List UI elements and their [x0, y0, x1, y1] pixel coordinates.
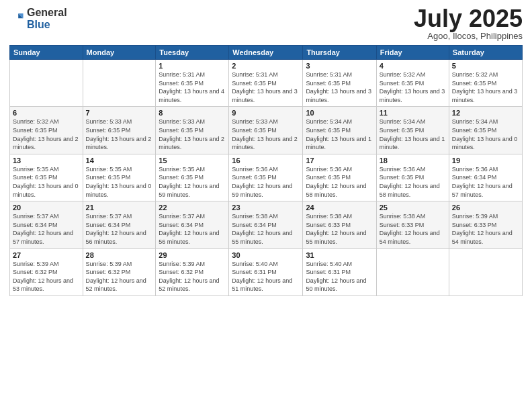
- day-info: Sunrise: 5:31 AM Sunset: 6:35 PM Dayligh…: [306, 71, 373, 104]
- day-number: 29: [159, 251, 226, 259]
- table-row: 25Sunrise: 5:38 AM Sunset: 6:33 PM Dayli…: [376, 201, 449, 248]
- logo-text: General Blue: [27, 7, 67, 30]
- day-info: Sunrise: 5:37 AM Sunset: 6:34 PM Dayligh…: [86, 212, 153, 246]
- day-number: 20: [13, 203, 80, 212]
- day-info: Sunrise: 5:36 AM Sunset: 6:35 PM Dayligh…: [380, 165, 446, 199]
- day-info: Sunrise: 5:40 AM Sunset: 6:31 PM Dayligh…: [232, 260, 300, 293]
- day-number: 21: [86, 203, 153, 212]
- day-number: 15: [159, 156, 226, 165]
- day-info: Sunrise: 5:37 AM Sunset: 6:34 PM Dayligh…: [159, 212, 226, 246]
- day-number: 13: [13, 156, 80, 165]
- day-info: Sunrise: 5:35 AM Sunset: 6:35 PM Dayligh…: [86, 165, 153, 199]
- logo-icon: [9, 11, 24, 26]
- table-row: 2Sunrise: 5:31 AM Sunset: 6:35 PM Daylig…: [229, 60, 303, 107]
- table-row: 3Sunrise: 5:31 AM Sunset: 6:35 PM Daylig…: [303, 60, 376, 107]
- logo-general: General: [27, 7, 67, 18]
- table-row: 6Sunrise: 5:32 AM Sunset: 6:35 PM Daylig…: [10, 107, 83, 154]
- table-row: 10Sunrise: 5:34 AM Sunset: 6:35 PM Dayli…: [303, 107, 376, 154]
- calendar: Sunday Monday Tuesday Wednesday Thursday…: [9, 45, 523, 296]
- header-saturday: Saturday: [449, 46, 522, 60]
- day-info: Sunrise: 5:32 AM Sunset: 6:35 PM Dayligh…: [452, 71, 519, 104]
- day-number: 18: [380, 156, 446, 165]
- calendar-row-1: 6Sunrise: 5:32 AM Sunset: 6:35 PM Daylig…: [10, 107, 523, 154]
- day-info: Sunrise: 5:32 AM Sunset: 6:35 PM Dayligh…: [13, 118, 80, 151]
- location: Agoo, Ilocos, Philippines: [414, 31, 523, 41]
- day-info: Sunrise: 5:33 AM Sunset: 6:35 PM Dayligh…: [159, 118, 226, 151]
- day-number: 2: [232, 62, 300, 70]
- day-info: Sunrise: 5:34 AM Sunset: 6:35 PM Dayligh…: [452, 118, 519, 151]
- day-number: 16: [232, 156, 300, 165]
- table-row: 14Sunrise: 5:35 AM Sunset: 6:35 PM Dayli…: [83, 154, 156, 201]
- day-info: Sunrise: 5:34 AM Sunset: 6:35 PM Dayligh…: [380, 118, 446, 151]
- day-info: Sunrise: 5:36 AM Sunset: 6:34 PM Dayligh…: [452, 165, 519, 199]
- day-number: 9: [232, 109, 300, 117]
- month-title: July 2025: [414, 7, 523, 31]
- header-monday: Monday: [83, 46, 156, 60]
- table-row: 11Sunrise: 5:34 AM Sunset: 6:35 PM Dayli…: [376, 107, 449, 154]
- table-row: 18Sunrise: 5:36 AM Sunset: 6:35 PM Dayli…: [376, 154, 449, 201]
- day-info: Sunrise: 5:38 AM Sunset: 6:33 PM Dayligh…: [380, 212, 446, 246]
- day-number: 11: [380, 109, 446, 117]
- table-row: [376, 248, 449, 295]
- logo-blue: Blue: [27, 19, 50, 30]
- table-row: 1Sunrise: 5:31 AM Sunset: 6:35 PM Daylig…: [156, 60, 229, 107]
- day-number: 25: [380, 203, 446, 212]
- header-sunday: Sunday: [10, 46, 83, 60]
- day-number: 31: [306, 251, 373, 259]
- day-number: 28: [86, 251, 153, 259]
- calendar-row-3: 20Sunrise: 5:37 AM Sunset: 6:34 PM Dayli…: [10, 201, 523, 248]
- day-number: 6: [13, 109, 80, 117]
- table-row: 9Sunrise: 5:33 AM Sunset: 6:35 PM Daylig…: [229, 107, 303, 154]
- day-info: Sunrise: 5:35 AM Sunset: 6:35 PM Dayligh…: [13, 165, 80, 199]
- day-number: 3: [306, 62, 373, 70]
- day-info: Sunrise: 5:39 AM Sunset: 6:32 PM Dayligh…: [13, 260, 80, 293]
- weekday-header-row: Sunday Monday Tuesday Wednesday Thursday…: [10, 46, 523, 60]
- day-number: 27: [13, 251, 80, 259]
- table-row: 21Sunrise: 5:37 AM Sunset: 6:34 PM Dayli…: [83, 201, 156, 248]
- table-row: 23Sunrise: 5:38 AM Sunset: 6:34 PM Dayli…: [229, 201, 303, 248]
- table-row: 27Sunrise: 5:39 AM Sunset: 6:32 PM Dayli…: [10, 248, 83, 295]
- day-info: Sunrise: 5:38 AM Sunset: 6:34 PM Dayligh…: [232, 212, 300, 246]
- table-row: 19Sunrise: 5:36 AM Sunset: 6:34 PM Dayli…: [449, 154, 522, 201]
- table-row: 12Sunrise: 5:34 AM Sunset: 6:35 PM Dayli…: [449, 107, 522, 154]
- table-row: 13Sunrise: 5:35 AM Sunset: 6:35 PM Dayli…: [10, 154, 83, 201]
- header-tuesday: Tuesday: [156, 46, 229, 60]
- table-row: 26Sunrise: 5:39 AM Sunset: 6:33 PM Dayli…: [449, 201, 522, 248]
- day-info: Sunrise: 5:36 AM Sunset: 6:35 PM Dayligh…: [306, 165, 373, 199]
- day-info: Sunrise: 5:40 AM Sunset: 6:31 PM Dayligh…: [306, 260, 373, 293]
- table-row: [10, 60, 83, 107]
- day-number: 17: [306, 156, 373, 165]
- day-number: 4: [380, 62, 446, 70]
- day-number: 12: [452, 109, 519, 117]
- day-number: 19: [452, 156, 519, 165]
- day-info: Sunrise: 5:39 AM Sunset: 6:33 PM Dayligh…: [452, 212, 519, 246]
- table-row: 29Sunrise: 5:39 AM Sunset: 6:32 PM Dayli…: [156, 248, 229, 295]
- day-info: Sunrise: 5:32 AM Sunset: 6:35 PM Dayligh…: [380, 71, 446, 104]
- day-info: Sunrise: 5:39 AM Sunset: 6:32 PM Dayligh…: [159, 260, 226, 293]
- day-info: Sunrise: 5:39 AM Sunset: 6:32 PM Dayligh…: [86, 260, 153, 293]
- table-row: 24Sunrise: 5:38 AM Sunset: 6:33 PM Dayli…: [303, 201, 376, 248]
- header: General Blue July 2025 Agoo, Ilocos, Phi…: [9, 7, 523, 41]
- day-info: Sunrise: 5:35 AM Sunset: 6:35 PM Dayligh…: [159, 165, 226, 199]
- table-row: 4Sunrise: 5:32 AM Sunset: 6:35 PM Daylig…: [376, 60, 449, 107]
- table-row: [83, 60, 156, 107]
- calendar-row-0: 1Sunrise: 5:31 AM Sunset: 6:35 PM Daylig…: [10, 60, 523, 107]
- logo: General Blue: [9, 7, 67, 30]
- day-info: Sunrise: 5:31 AM Sunset: 6:35 PM Dayligh…: [159, 71, 226, 104]
- table-row: 5Sunrise: 5:32 AM Sunset: 6:35 PM Daylig…: [449, 60, 522, 107]
- day-number: 1: [159, 62, 226, 70]
- table-row: 22Sunrise: 5:37 AM Sunset: 6:34 PM Dayli…: [156, 201, 229, 248]
- table-row: 8Sunrise: 5:33 AM Sunset: 6:35 PM Daylig…: [156, 107, 229, 154]
- day-number: 14: [86, 156, 153, 165]
- day-info: Sunrise: 5:37 AM Sunset: 6:34 PM Dayligh…: [13, 212, 80, 246]
- day-number: 30: [232, 251, 300, 259]
- day-number: 26: [452, 203, 519, 212]
- day-number: 23: [232, 203, 300, 212]
- day-number: 7: [86, 109, 153, 117]
- day-info: Sunrise: 5:38 AM Sunset: 6:33 PM Dayligh…: [306, 212, 373, 246]
- title-block: July 2025 Agoo, Ilocos, Philippines: [414, 7, 523, 41]
- day-info: Sunrise: 5:36 AM Sunset: 6:35 PM Dayligh…: [232, 165, 300, 199]
- table-row: 17Sunrise: 5:36 AM Sunset: 6:35 PM Dayli…: [303, 154, 376, 201]
- table-row: 7Sunrise: 5:33 AM Sunset: 6:35 PM Daylig…: [83, 107, 156, 154]
- table-row: 28Sunrise: 5:39 AM Sunset: 6:32 PM Dayli…: [83, 248, 156, 295]
